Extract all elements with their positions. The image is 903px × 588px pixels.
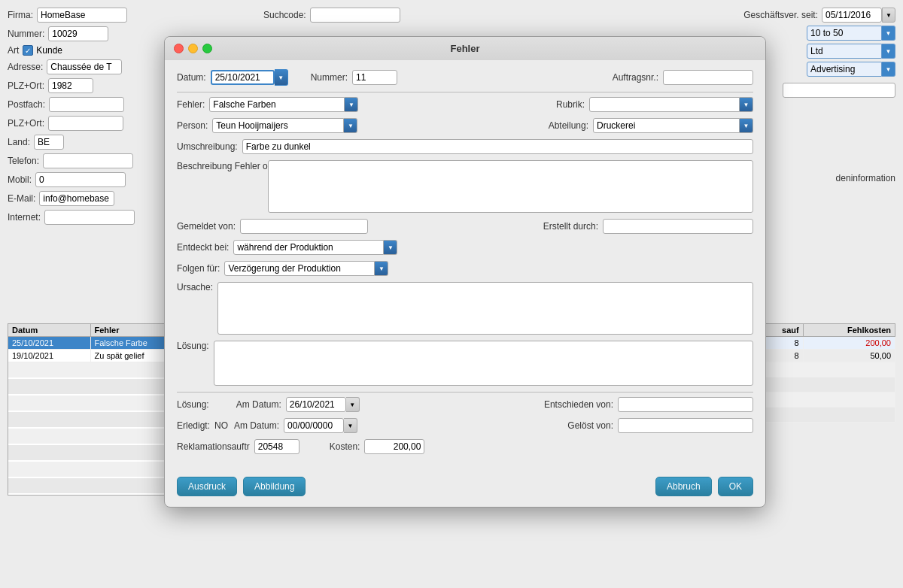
kosten-input[interactable] <box>364 439 424 454</box>
empty-row <box>8 429 172 444</box>
geloest-input[interactable] <box>618 418 753 433</box>
reklamation-input[interactable] <box>254 439 299 454</box>
row-ursache: Ursache: <box>177 282 753 335</box>
loesung-textarea[interactable] <box>214 341 753 386</box>
abteilung-arrow[interactable]: ▼ <box>740 118 753 133</box>
divider1 <box>177 92 753 92</box>
umschreibung-label: Umschreibung: <box>177 141 238 152</box>
extra-input[interactable] <box>783 83 895 98</box>
dropdown2-arrow[interactable]: ▼ <box>882 44 895 59</box>
email-input[interactable] <box>39 191 114 206</box>
ok-button[interactable]: OK <box>718 477 753 496</box>
firma-input[interactable] <box>37 8 127 23</box>
rubrik-select[interactable]: ▼ <box>589 97 753 112</box>
am-datum2-select[interactable]: ▼ <box>284 418 357 433</box>
rubrik-arrow[interactable]: ▼ <box>740 97 753 112</box>
right-table-row[interactable]: 8 200,00 <box>752 337 895 350</box>
erstellt-label: Erstellt durch: <box>543 221 598 232</box>
suchcode-label: Suchcode: <box>263 10 306 20</box>
fehler-dialog: Fehler Datum: ▼ Nummer: Auftragsnr.: Feh… <box>164 36 766 508</box>
plz2-input[interactable] <box>48 116 123 131</box>
right-td-fehlkosten-1: 200,00 <box>804 337 895 349</box>
row-beschreibung: Beschreibung Fehler oder Problem <box>177 160 753 213</box>
empty-right-row <box>752 393 895 408</box>
datum-select[interactable]: ▼ <box>211 69 288 86</box>
datum-input[interactable] <box>211 70 275 85</box>
abbildung-button[interactable]: Abbildung <box>243 477 306 496</box>
close-button[interactable] <box>174 44 184 53</box>
auftragsnr-input[interactable] <box>663 70 753 85</box>
erstellt-input[interactable] <box>603 219 753 234</box>
dropdown1-value: 10 to 50 <box>807 26 882 41</box>
rubrik-label: Rubrik: <box>556 99 585 110</box>
folgen-select[interactable]: Verzögerung der Produktion ▼ <box>224 261 388 276</box>
entdeckt-select[interactable]: während der Produktion ▼ <box>233 240 397 255</box>
maximize-button[interactable] <box>202 44 212 53</box>
am-datum2-arrow[interactable]: ▼ <box>344 418 357 433</box>
row-gemeldet: Gemeldet von: Erstellt durch: <box>177 219 753 234</box>
table-row[interactable]: 19/10/2021 Zu spät gelief <box>8 350 172 362</box>
table-row[interactable]: 25/10/2021 Falsche Farbe <box>8 337 172 350</box>
telefon-input[interactable] <box>43 153 133 168</box>
adresse-input[interactable] <box>47 59 122 74</box>
art-checkbox-label: Kunde <box>36 45 62 56</box>
entschieden-label: Entschieden von: <box>544 399 613 410</box>
umschreibung-input[interactable] <box>242 139 753 154</box>
geschver-input[interactable] <box>822 8 882 23</box>
folgen-arrow[interactable]: ▼ <box>375 261 388 276</box>
modal-titlebar: Fehler <box>165 37 765 60</box>
mobil-label: Mobil: <box>8 174 32 185</box>
right-table-row[interactable]: 8 50,00 <box>752 350 895 362</box>
postfach-input[interactable] <box>49 97 124 112</box>
plz-input[interactable] <box>48 78 93 93</box>
folgen-value: Verzögerung der Produktion <box>224 261 375 276</box>
row-datum: Datum: ▼ Nummer: Auftragsnr.: <box>177 69 753 86</box>
gemeldet-input[interactable] <box>240 219 368 234</box>
modal-body: Datum: ▼ Nummer: Auftragsnr.: Fehler: Fa… <box>165 60 765 469</box>
entdeckt-label: Entdeckt bei: <box>177 242 229 253</box>
entdeckt-arrow[interactable]: ▼ <box>384 240 397 255</box>
auftragsnr-label: Auftragsnr.: <box>613 72 658 83</box>
td-fehler-1: Falsche Farbe <box>91 337 173 349</box>
abteilung-select[interactable]: Druckerei ▼ <box>593 118 753 133</box>
am-datum-arrow[interactable]: ▼ <box>346 397 360 412</box>
dropdown1-arrow[interactable]: ▼ <box>882 26 895 41</box>
abbruch-button[interactable]: Abbruch <box>655 477 712 496</box>
person-arrow[interactable]: ▼ <box>344 118 357 133</box>
mobil-input[interactable] <box>35 172 126 187</box>
row-loesung-am: Lösung: Am Datum: ▼ Entschieden von: <box>177 397 753 412</box>
art-checkbox[interactable]: ✓ Kunde <box>23 45 62 56</box>
geschver-label: Geschäftsver. seit: <box>743 10 818 20</box>
nummer-input[interactable] <box>48 26 108 41</box>
dropdown3-arrow[interactable]: ▼ <box>882 62 895 77</box>
abteilung-label: Abteilung: <box>549 120 588 131</box>
erledigt-value: NO <box>214 420 228 431</box>
empty-right-row <box>752 408 895 423</box>
am-datum-input[interactable] <box>286 397 346 412</box>
land-input[interactable] <box>34 135 64 150</box>
suchcode-input[interactable] <box>310 8 400 23</box>
loesung2-label: Lösung: <box>177 399 209 410</box>
empty-row <box>8 362 172 377</box>
am-datum-select[interactable]: ▼ <box>286 397 360 412</box>
person-select[interactable]: Teun Hooijmaijers ▼ <box>212 118 357 133</box>
table-header: Datum Fehler <box>8 324 172 337</box>
fehler-arrow[interactable]: ▼ <box>345 97 358 112</box>
loesung-label: Lösung: <box>177 341 209 351</box>
am-datum2-input[interactable] <box>284 418 344 433</box>
geschver-dropdown-arrow[interactable]: ▼ <box>882 8 895 23</box>
entschieden-input[interactable] <box>618 397 753 412</box>
nummer-input2[interactable] <box>352 70 397 85</box>
empty-row <box>8 396 172 411</box>
datum-arrow[interactable]: ▼ <box>275 69 288 86</box>
row-reklamation: Reklamationsauftr Kosten: <box>177 439 753 454</box>
empty-row <box>8 379 172 394</box>
internet-input[interactable] <box>44 210 135 225</box>
am-datum-label: Am Datum: <box>236 399 281 410</box>
beschreibung-textarea[interactable] <box>268 160 753 213</box>
fehler-select[interactable]: Falsche Farben ▼ <box>209 97 358 112</box>
ursache-textarea[interactable] <box>217 282 753 335</box>
minimize-button[interactable] <box>188 44 198 53</box>
ausdruck-button[interactable]: Ausdruck <box>177 477 237 496</box>
row-person: Person: Teun Hooijmaijers ▼ Abteilung: D… <box>177 118 753 133</box>
